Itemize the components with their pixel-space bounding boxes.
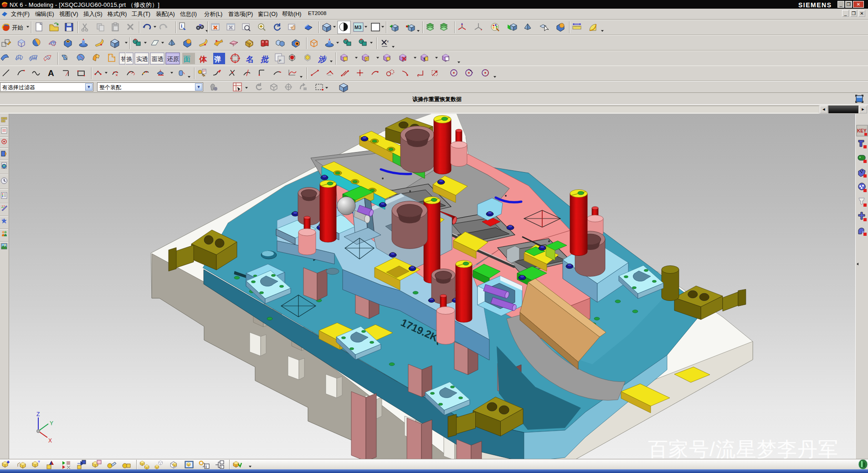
svg-text:替换: 替换: [121, 56, 133, 62]
svg-text:批: 批: [260, 55, 269, 64]
svg-text:i: i: [221, 465, 222, 469]
svg-text:还原: 还原: [167, 56, 179, 62]
svg-text:弹: 弹: [214, 55, 221, 63]
svg-text:开始: 开始: [12, 25, 23, 31]
svg-text:面: 面: [183, 55, 190, 63]
svg-text:P: P: [279, 59, 281, 63]
svg-text:i: i: [181, 23, 182, 29]
svg-text:名: 名: [246, 55, 254, 64]
svg-text:体: 体: [199, 55, 207, 64]
svg-text:Z: Z: [36, 411, 40, 417]
svg-text:面透: 面透: [152, 56, 164, 62]
svg-text:x: x: [387, 39, 389, 43]
svg-text:i: i: [205, 464, 207, 469]
svg-text:实透: 实透: [136, 56, 148, 62]
svg-text:X: X: [48, 437, 52, 444]
svg-text:M3: M3: [354, 25, 361, 30]
svg-text:Y: Y: [50, 420, 53, 427]
svg-text:A: A: [48, 68, 54, 78]
svg-text:KEY: KEY: [857, 128, 867, 133]
svg-text:涉: 涉: [318, 55, 327, 64]
